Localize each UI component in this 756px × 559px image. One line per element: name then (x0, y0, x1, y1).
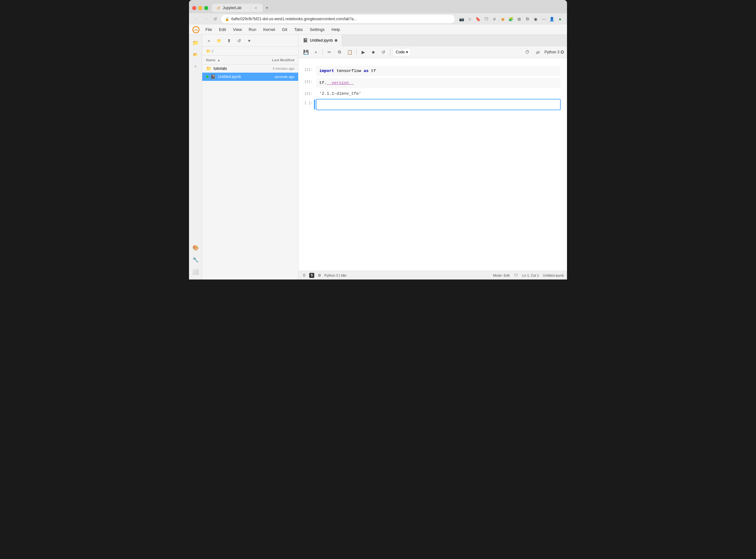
kernel-indicator: Python 3 (545, 50, 564, 54)
status-gear-icon[interactable]: ⚙ (317, 273, 322, 278)
menu-settings[interactable]: Settings (307, 26, 328, 33)
refresh-btn[interactable]: ↺ (235, 37, 243, 45)
file-indicator (206, 75, 209, 78)
keyword-as: as (363, 69, 369, 73)
columns-icon[interactable]: ⧉ (524, 16, 530, 22)
restart-btn[interactable]: ↺ (379, 48, 387, 56)
cell-type-select[interactable]: Code ▾ (393, 48, 411, 56)
notebook-unsaved-dot (335, 39, 337, 42)
kernel-name: Python 3 (545, 50, 560, 54)
eye-icon[interactable]: ◉ (532, 16, 539, 22)
browser-window: ↺ JupyterLab × + ← → ↺ 🔒 6afbc029cfb7bf2… (189, 0, 567, 280)
status-bar: 0 S ⚙ Python 3 | Idle Mode: Edit 🛡 Ln 1,… (299, 271, 567, 280)
puzzle-icon[interactable]: 🧩 (508, 16, 514, 22)
cell-2-code[interactable]: import tensorflow as tf (316, 66, 560, 76)
status-kernel-text: Python 3 | Idle (324, 273, 347, 277)
add-cell-btn[interactable]: + (312, 48, 320, 56)
shield-icon[interactable]: 🛡 (483, 16, 489, 22)
menu-file[interactable]: File (202, 26, 215, 33)
menu-run[interactable]: Run (245, 26, 259, 33)
file-upload-icon-btn[interactable]: 📂 (190, 49, 201, 60)
bookmark-icon[interactable]: 🔖 (475, 16, 481, 22)
git-toolbar-btn[interactable]: git (534, 48, 542, 56)
file-item-tutorials[interactable]: 📁 tutorials 4 minutes ago (202, 64, 298, 73)
cut-btn[interactable]: ✂ (325, 48, 333, 56)
menu-help[interactable]: Help (328, 26, 343, 33)
menu-bar: File Edit View Run Kernel Git Tabs Setti… (189, 25, 567, 35)
nav-refresh-button[interactable]: ↺ (212, 16, 219, 22)
cell-3-code[interactable]: tf.__version__ (316, 78, 560, 88)
notebook-tab-untitled[interactable]: 📓 Untitled.ipynb (299, 35, 342, 46)
git-panel-btn[interactable]: ✦ (245, 37, 253, 45)
menu-view[interactable]: View (230, 26, 245, 33)
col-modified-header[interactable]: Last Modified (253, 58, 294, 62)
status-mode-text: Mode: Edit (493, 273, 510, 277)
cell-active-indicator (314, 99, 315, 110)
nav-forward-button[interactable]: → (202, 16, 209, 22)
minimize-button[interactable] (198, 6, 202, 10)
tab-title: JupyterLab (223, 6, 241, 10)
code-text-tf: tf (371, 69, 376, 73)
sync-icon[interactable]: ● (557, 16, 563, 22)
run-btn[interactable]: ▶ (359, 48, 367, 56)
tab-close-icon[interactable]: × (254, 6, 258, 10)
nb-toolbar-right: ⏱ git Python 3 (523, 48, 564, 56)
close-button[interactable] (192, 6, 196, 10)
notebook-toolbar: 💾 + ✂ ⧉ 📋 ▶ ■ ↺ Code ▾ ⏱ (299, 46, 567, 58)
new-folder-btn[interactable]: 📁 (215, 37, 223, 45)
cell-3-content[interactable]: tf.__version__ (316, 78, 561, 88)
cell-type-dropdown-icon: ▾ (406, 50, 408, 54)
toolbar-sep-3 (390, 49, 390, 55)
stop-btn[interactable]: ■ (369, 48, 377, 56)
cell-active-input[interactable] (316, 99, 560, 110)
menu-edit[interactable]: Edit (216, 26, 229, 33)
grid-icon[interactable]: ⊞ (516, 16, 522, 22)
address-bar-row: ← → ↺ 🔒 6afbc029cfb7bf21-dot-us-west1.no… (189, 13, 567, 25)
camera-icon[interactable]: 📷 (458, 16, 465, 22)
cell-active: [ ]: (299, 99, 567, 110)
file-item-untitled[interactable]: 📓 Untitled.ipynb seconds ago (202, 73, 298, 81)
code-tf: tf. (319, 81, 327, 85)
menu-kernel[interactable]: Kernel (260, 26, 278, 33)
app-window: File Edit View Run Kernel Git Tabs Setti… (189, 25, 567, 280)
upload-btn[interactable]: ⬆ (225, 37, 233, 45)
status-zero-icon: 0 (302, 273, 307, 278)
cell-active-content[interactable] (316, 99, 561, 110)
nav-back-button[interactable]: ← (193, 16, 200, 22)
new-tab-button[interactable]: + (262, 3, 271, 12)
dots-icon[interactable]: ⋯ (541, 16, 547, 22)
new-launcher-btn[interactable]: + (205, 37, 213, 45)
address-url: 6afbc029cfb7bf21-dot-us-west1.notebooks.… (231, 17, 357, 21)
menu-tabs[interactable]: Tabs (291, 26, 306, 33)
keyword-import: import (319, 69, 334, 73)
panel-icon-btn[interactable]: ⬜ (190, 266, 201, 277)
hashtag-icon[interactable]: # (491, 16, 498, 22)
cell-3-output-content: '2.1.1-dlenv_tfe' (316, 90, 561, 97)
notebook-tab-title: Untitled.ipynb (310, 38, 333, 43)
main-layout: 📁 📂 ⑂ 🎨 🔧 ⬜ + 📁 ⬆ ↺ ✦ 📁 / (189, 35, 567, 280)
save-btn[interactable]: 💾 (302, 48, 310, 56)
tab-favicon-icon: ↺ (216, 6, 221, 10)
menu-git[interactable]: Git (279, 26, 290, 33)
cell-2-content[interactable]: import tensorflow as tf (316, 66, 561, 76)
col-name-header[interactable]: Name ▲ (206, 58, 253, 62)
palette-icon-btn[interactable]: 🎨 (190, 242, 201, 253)
account-icon[interactable]: 👤 (549, 16, 555, 22)
lock-icon: 🔒 (225, 17, 229, 21)
folder-icon: 📁 (206, 49, 211, 53)
timer-btn[interactable]: ⏱ (523, 48, 531, 56)
address-bar[interactable]: 🔒 6afbc029cfb7bf21-dot-us-west1.notebook… (221, 15, 455, 23)
maximize-button[interactable] (204, 6, 208, 10)
path-label: / (212, 49, 213, 53)
git-icon-btn[interactable]: ⑂ (190, 61, 201, 72)
file-browser-icon-btn[interactable]: 📁 (190, 37, 201, 48)
cell-2: [2]: import tensorflow as tf (299, 66, 567, 76)
file-modified-tutorials: 4 minutes ago (253, 67, 294, 70)
copy-btn[interactable]: ⧉ (335, 48, 344, 56)
browser-tab[interactable]: ↺ JupyterLab × (212, 4, 262, 12)
wrench-icon-btn[interactable]: 🔧 (190, 254, 201, 265)
star-icon[interactable]: ☆ (467, 16, 473, 22)
orange-icon[interactable]: ◉ (499, 16, 506, 22)
toolbar-sep-2 (356, 49, 357, 55)
paste-btn[interactable]: 📋 (346, 48, 354, 56)
